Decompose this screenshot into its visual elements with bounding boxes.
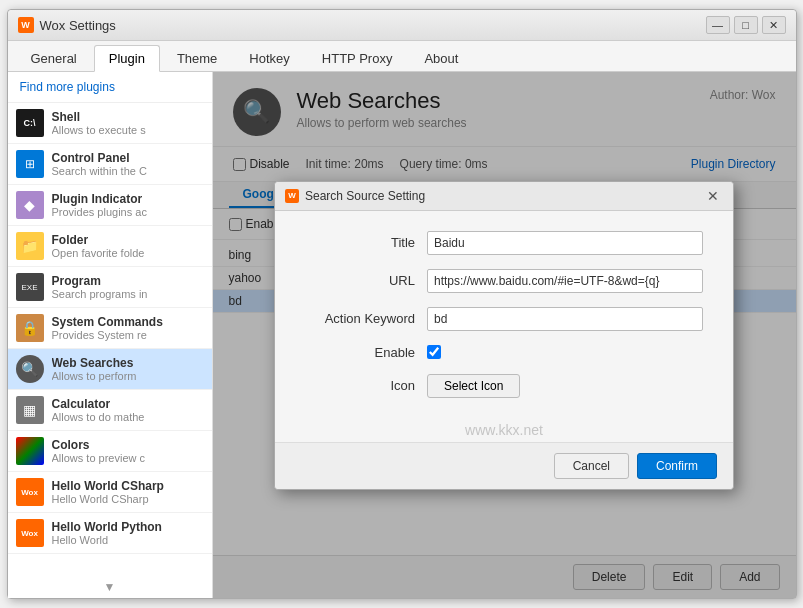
maximize-button[interactable]: □ xyxy=(734,16,758,34)
action-keyword-field[interactable] xyxy=(427,307,703,331)
plugin-desc-calculator: Allows to do mathe xyxy=(52,411,204,423)
program-icon: EXE xyxy=(16,273,44,301)
content-area: 🔍 Web Searches Allows to perform web sea… xyxy=(213,72,796,598)
plugin-desc-colors: Allows to preview c xyxy=(52,452,204,464)
tab-general[interactable]: General xyxy=(16,45,92,71)
sidebar-item-helloworld2[interactable]: Wox Hello World Python Hello World xyxy=(8,513,212,554)
indicator-icon: ◆ xyxy=(16,191,44,219)
sidebar-item-calculator[interactable]: ▦ Calculator Allows to do mathe xyxy=(8,390,212,431)
folder-icon: 📁 xyxy=(16,232,44,260)
plugin-name-program: Program xyxy=(52,274,204,288)
cancel-button[interactable]: Cancel xyxy=(554,453,629,479)
modal-body: Title URL Action Keyword Enable xyxy=(275,211,733,432)
modal-footer: Cancel Confirm xyxy=(275,442,733,489)
tab-about[interactable]: About xyxy=(409,45,473,71)
tab-plugin[interactable]: Plugin xyxy=(94,45,160,72)
form-row-action-keyword: Action Keyword xyxy=(305,307,703,331)
helloworld1-icon: Wox xyxy=(16,478,44,506)
form-row-url: URL xyxy=(305,269,703,293)
watermark: www.kkx.net xyxy=(275,422,733,442)
icon-label: Icon xyxy=(305,378,415,393)
calculator-icon: ▦ xyxy=(16,396,44,424)
url-field-label: URL xyxy=(305,273,415,288)
title-bar: W Wox Settings — □ ✕ xyxy=(8,10,796,41)
helloworld2-icon: Wox xyxy=(16,519,44,547)
syscmd-icon: 🔒 xyxy=(16,314,44,342)
websearch-icon: 🔍 xyxy=(16,355,44,383)
select-icon-button[interactable]: Select Icon xyxy=(427,374,520,398)
plugin-desc-folder: Open favorite folde xyxy=(52,247,204,259)
plugin-desc-indicator: Provides plugins ac xyxy=(52,206,204,218)
tab-bar: General Plugin Theme Hotkey HTTP Proxy A… xyxy=(8,41,796,72)
sidebar-item-indicator[interactable]: ◆ Plugin Indicator Provides plugins ac xyxy=(8,185,212,226)
plugin-name-colors: Colors xyxy=(52,438,204,452)
main-window: W Wox Settings — □ ✕ General Plugin Them… xyxy=(7,9,797,599)
plugin-desc-controlpanel: Search within the C xyxy=(52,165,204,177)
plugin-desc-shell: Allows to execute s xyxy=(52,124,204,136)
app-icon: W xyxy=(18,17,34,33)
sidebar-item-shell[interactable]: C:\ Shell Allows to execute s xyxy=(8,103,212,144)
controlpanel-icon: ⊞ xyxy=(16,150,44,178)
url-field[interactable] xyxy=(427,269,703,293)
shell-icon: C:\ xyxy=(16,109,44,137)
sidebar-item-syscmd[interactable]: 🔒 System Commands Provides System re xyxy=(8,308,212,349)
plugin-desc-helloworld1: Hello World CSharp xyxy=(52,493,204,505)
window-title: Wox Settings xyxy=(40,18,116,33)
enable-label: Enable xyxy=(305,345,415,360)
plugin-desc-websearch: Allows to perform xyxy=(52,370,204,382)
plugin-name-helloworld2: Hello World Python xyxy=(52,520,204,534)
title-controls: — □ ✕ xyxy=(706,16,786,34)
modal-title: Search Source Setting xyxy=(305,189,425,203)
sidebar-item-helloworld1[interactable]: Wox Hello World CSharp Hello World CShar… xyxy=(8,472,212,513)
colors-icon xyxy=(16,437,44,465)
modal-dialog: W Search Source Setting ✕ Title URL xyxy=(274,181,734,490)
sidebar-item-program[interactable]: EXE Program Search programs in xyxy=(8,267,212,308)
modal-overlay: W Search Source Setting ✕ Title URL xyxy=(213,72,796,598)
sidebar-item-colors[interactable]: Colors Allows to preview c xyxy=(8,431,212,472)
enable-checkbox[interactable] xyxy=(427,345,441,359)
plugin-name-folder: Folder xyxy=(52,233,204,247)
modal-title-bar: W Search Source Setting ✕ xyxy=(275,182,733,211)
modal-app-icon: W xyxy=(285,189,299,203)
tab-theme[interactable]: Theme xyxy=(162,45,232,71)
plugin-desc-syscmd: Provides System re xyxy=(52,329,204,341)
sidebar-item-folder[interactable]: 📁 Folder Open favorite folde xyxy=(8,226,212,267)
plugin-name-calculator: Calculator xyxy=(52,397,204,411)
sidebar-item-controlpanel[interactable]: ⊞ Control Panel Search within the C xyxy=(8,144,212,185)
confirm-button[interactable]: Confirm xyxy=(637,453,717,479)
find-plugins-link[interactable]: Find more plugins xyxy=(8,72,212,103)
form-row-icon: Icon Select Icon xyxy=(305,374,703,398)
plugin-name-syscmd: System Commands xyxy=(52,315,204,329)
plugin-name-indicator: Plugin Indicator xyxy=(52,192,204,206)
title-field-label: Title xyxy=(305,235,415,250)
plugin-name-shell: Shell xyxy=(52,110,204,124)
tab-httpproxy[interactable]: HTTP Proxy xyxy=(307,45,408,71)
tab-hotkey[interactable]: Hotkey xyxy=(234,45,304,71)
sidebar-item-websearch[interactable]: 🔍 Web Searches Allows to perform xyxy=(8,349,212,390)
sidebar-scroll-down[interactable]: ▼ xyxy=(8,576,212,598)
form-row-title: Title xyxy=(305,231,703,255)
action-keyword-label: Action Keyword xyxy=(305,311,415,326)
plugin-name-websearch: Web Searches xyxy=(52,356,204,370)
minimize-button[interactable]: — xyxy=(706,16,730,34)
plugin-name-controlpanel: Control Panel xyxy=(52,151,204,165)
modal-close-button[interactable]: ✕ xyxy=(703,188,723,204)
plugin-list: C:\ Shell Allows to execute s ⊞ Control … xyxy=(8,103,212,576)
close-button[interactable]: ✕ xyxy=(762,16,786,34)
main-content: Find more plugins C:\ Shell Allows to ex… xyxy=(8,72,796,598)
plugin-name-helloworld1: Hello World CSharp xyxy=(52,479,204,493)
sidebar: Find more plugins C:\ Shell Allows to ex… xyxy=(8,72,213,598)
title-field[interactable] xyxy=(427,231,703,255)
plugin-desc-program: Search programs in xyxy=(52,288,204,300)
title-bar-left: W Wox Settings xyxy=(18,17,116,33)
plugin-desc-helloworld2: Hello World xyxy=(52,534,204,546)
form-row-enable: Enable xyxy=(305,345,703,360)
